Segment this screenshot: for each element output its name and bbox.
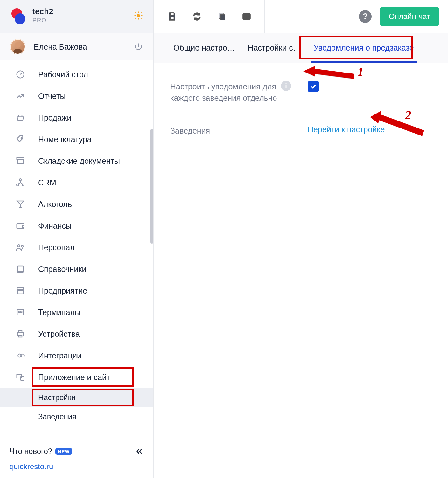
subnav-settings[interactable]: Настройки [0,388,153,407]
wallet-icon [16,221,25,231]
nav-label: Продажи [38,113,71,122]
whats-new-label: Что нового? [10,447,52,456]
svg-marker-32 [303,66,354,79]
nav-label: CRM [38,178,56,187]
nav-reports[interactable]: Отчеты [0,85,153,107]
sun-icon [134,11,143,20]
account-plan: PRO [32,17,53,24]
setting-label: Заведения [170,125,291,136]
avatar [10,39,25,54]
nav-crm[interactable]: CRM [0,172,153,193]
svg-line-6 [141,18,142,19]
nav-devices[interactable]: Устройства [0,323,153,345]
nav-warehouse[interactable]: Складские документы [0,150,153,172]
scrollbar-thumb[interactable] [150,129,153,244]
subnav-label: Заведения [38,412,76,421]
svg-point-0 [137,14,140,17]
account-block[interactable]: tech2 PRO [32,7,53,24]
content-pane: Настроить уведомления для каждого заведе… [154,63,448,478]
refresh-button[interactable] [187,7,206,26]
save-button[interactable] [163,7,182,26]
gauge-icon [16,70,25,79]
sidebar-footer: Что нового? NEW quickresto.ru [0,441,153,478]
annotation-number: 2 [405,107,411,122]
tab-settings-s[interactable]: Настройки с… [242,33,307,63]
tab-preorder-notifications[interactable]: Уведомления о предзаказе [307,33,420,63]
store-icon [16,286,25,295]
toolbar: ? Онлайн-чат [154,0,448,33]
svg-point-17 [18,245,20,247]
nav-label: Персонал [38,243,75,252]
nav-app-and-site[interactable]: Приложение и сайт [0,366,153,388]
goto-settings-link[interactable]: Перейти к настройке [308,125,385,134]
setting-venues-row: Заведения Перейти к настройке [170,125,431,136]
nav-label: Рабочий стол [38,70,88,79]
nav-reference[interactable]: Справочники [0,258,153,280]
collapse-sidebar-button[interactable] [135,447,144,456]
tag-icon [16,135,25,144]
save-icon [167,11,177,22]
tab-general-settings[interactable]: Общие настро… [167,33,242,63]
chevron-double-left-icon [136,447,143,455]
subnav-label: Настройки [38,393,76,402]
per-venue-checkbox[interactable] [308,81,319,92]
annotation-number: 1 [357,64,364,79]
whats-new-link[interactable]: Что нового? NEW [10,447,144,456]
toolbar-separator [264,0,265,33]
nav-dashboard[interactable]: Рабочий стол [0,64,153,85]
copy-icon [217,12,227,21]
people-icon [16,243,25,252]
online-chat-button[interactable]: Онлайн-чат [380,7,439,26]
infinity-icon [16,351,25,360]
svg-rect-22 [21,311,22,312]
refresh-icon [192,12,202,21]
nav-integrations[interactable]: Интеграции [0,345,153,366]
power-icon [134,42,143,51]
setting-per-venue-row: Настроить уведомления для каждого заведе… [170,81,431,104]
app-icon [16,372,25,382]
nav-sales[interactable]: Продажи [0,107,153,128]
inbox-icon [242,12,251,21]
help-button[interactable]: ? [359,10,372,23]
svg-rect-27 [171,13,174,15]
sidebar-nav: Рабочий стол Отчеты Продажи Номенклатура… [0,60,153,441]
nav-staff[interactable]: Персонал [0,237,153,258]
subnav-venues[interactable]: Заведения [0,407,153,426]
site-link[interactable]: quickresto.ru [10,462,144,471]
main-area: ? Онлайн-чат Общие настро… Настройки с… … [154,0,448,478]
app-logo [10,8,25,24]
sidebar: tech2 PRO Елена Бажова Рабочий стол Отче… [0,0,154,478]
nav-finance[interactable]: Финансы [0,215,153,237]
archive-icon [16,156,25,166]
nav-alcohol[interactable]: Алкоголь [0,193,153,215]
nav-label: Предприятие [38,286,87,295]
nav-label: Устройства [38,329,80,339]
inbox-button[interactable] [237,7,256,26]
svg-line-8 [141,12,142,13]
nav-label: Номенклатура [38,135,92,144]
new-badge: NEW [55,448,72,455]
chart-icon [16,91,25,101]
svg-line-5 [135,12,136,13]
logout-button[interactable] [133,41,144,52]
svg-rect-30 [220,14,225,20]
org-icon [16,178,25,187]
nav-nomenclature[interactable]: Номенклатура [0,128,153,150]
toolbar-separator [356,0,356,33]
svg-rect-21 [19,311,20,312]
user-row[interactable]: Елена Бажова [0,33,153,60]
nav-enterprise[interactable]: Предприятие [0,280,153,301]
checkmark-icon [310,83,317,90]
theme-toggle-button[interactable] [133,10,144,21]
nav-label: Терминалы [38,308,80,317]
user-name: Елена Бажова [34,42,87,52]
svg-point-11 [21,137,22,139]
account-name: tech2 [32,7,53,16]
nav-label: Интеграции [38,351,81,360]
nav-label: Отчеты [38,92,66,101]
qr-icon [16,308,25,317]
info-icon[interactable]: i [281,81,291,91]
setting-label: Настроить уведомления для каждого заведе… [170,81,291,104]
nav-terminals[interactable]: Терминалы [0,301,153,323]
copy-button[interactable] [212,7,231,26]
